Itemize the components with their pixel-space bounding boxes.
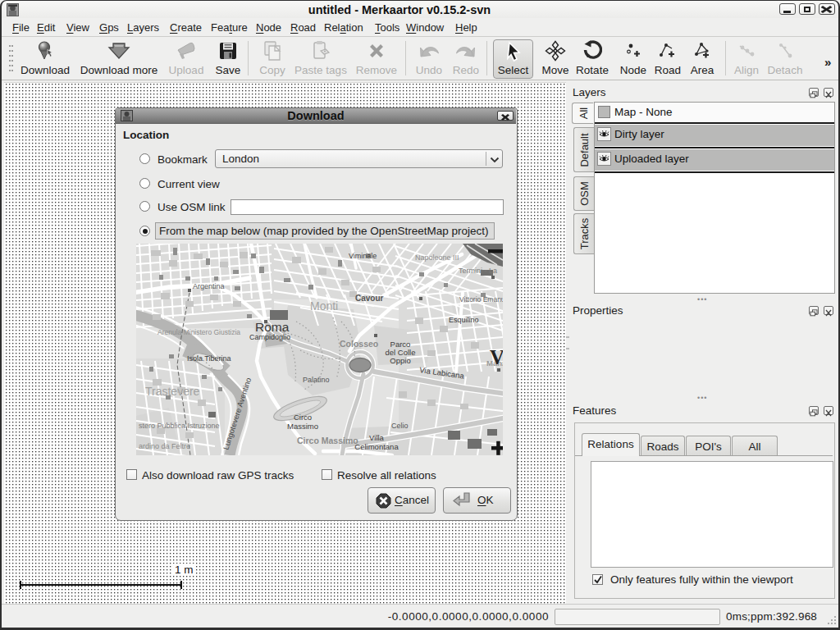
svg-text:Esquilino: Esquilino [449, 316, 479, 324]
svg-text:Roma: Roma [255, 320, 290, 334]
svg-text:Circo Massimo: Circo Massimo [297, 436, 358, 445]
svg-text:Oppio: Oppio [390, 356, 410, 365]
svg-text:Vittorio Emanuele: Vittorio Emanuele [459, 295, 503, 304]
svg-text:Villa: Villa [369, 433, 384, 442]
svg-text:Cavour: Cavour [355, 294, 384, 303]
svg-text:Campidoglio: Campidoglio [249, 333, 290, 341]
svg-text:Napoleone III: Napoleone III [415, 253, 459, 262]
svg-text:Arenula Ministero Giustizia: Arenula Ministero Giustizia [158, 328, 240, 336]
svg-text:Trastevere: Trastevere [145, 385, 200, 398]
svg-text:Colosseo: Colosseo [340, 339, 378, 349]
svg-text:Monti: Monti [310, 299, 338, 313]
svg-text:stero Pubblica Istruzione: stero Pubblica Istruzione [139, 422, 220, 430]
svg-text:V: V [490, 346, 503, 368]
svg-text:Viminale: Viminale [349, 252, 377, 260]
svg-text:Celimontana: Celimontana [354, 442, 399, 451]
svg-text:ardino da Feltre: ardino da Feltre [139, 442, 190, 450]
svg-text:Termini - La: Termini - La [459, 267, 497, 275]
svg-text:Massimo: Massimo [287, 422, 318, 431]
svg-text:Celio: Celio [391, 422, 409, 430]
svg-text:Palatino: Palatino [303, 376, 330, 384]
svg-text:Isola Tiberina: Isola Tiberina [187, 354, 231, 363]
svg-text:Circo: Circo [294, 413, 312, 422]
svg-text:Argentina: Argentina [193, 282, 225, 290]
